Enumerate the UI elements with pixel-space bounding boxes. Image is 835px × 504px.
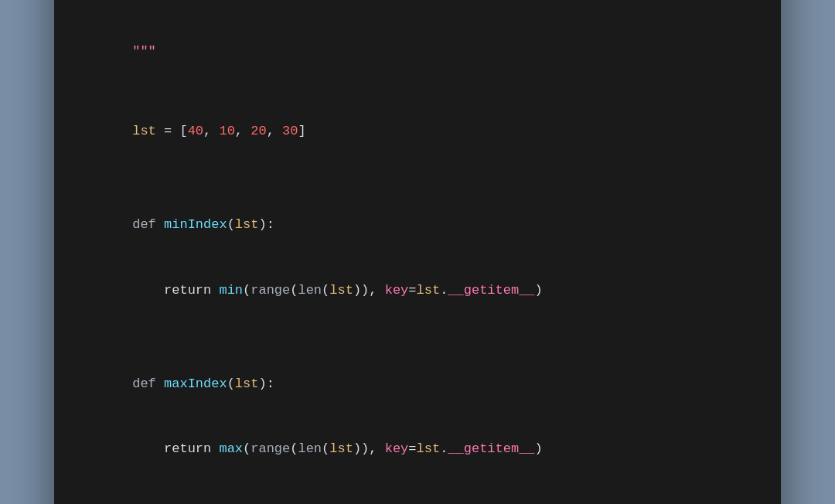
blank-line-3 [85,179,750,193]
blank-line-5 [85,337,750,352]
return-min: return min(range(len(lst)), key=lst.__ge… [85,258,750,323]
blank-line-2 [85,164,750,179]
lst-assignment: lst = [40, 10, 20, 30] [85,99,750,164]
blank-line-6 [85,482,750,496]
blank-line-4 [85,323,750,338]
return-max: return max(range(len(lst)), key=lst.__ge… [85,417,750,482]
comment-text: Find Index of Min/Max Element. [85,0,750,19]
blank-line-1 [85,84,750,99]
def-min-index: def minIndex(lst): [85,192,750,257]
code-editor: """ Find Index of Min/Max Element. """ l… [54,0,781,504]
print-min-index: print(minIndex(lst)) [85,496,750,504]
code-window: """ Find Index of Min/Max Element. """ l… [54,0,781,504]
def-max-index: def maxIndex(lst): [85,352,750,417]
docstring-close: """ [85,19,750,84]
